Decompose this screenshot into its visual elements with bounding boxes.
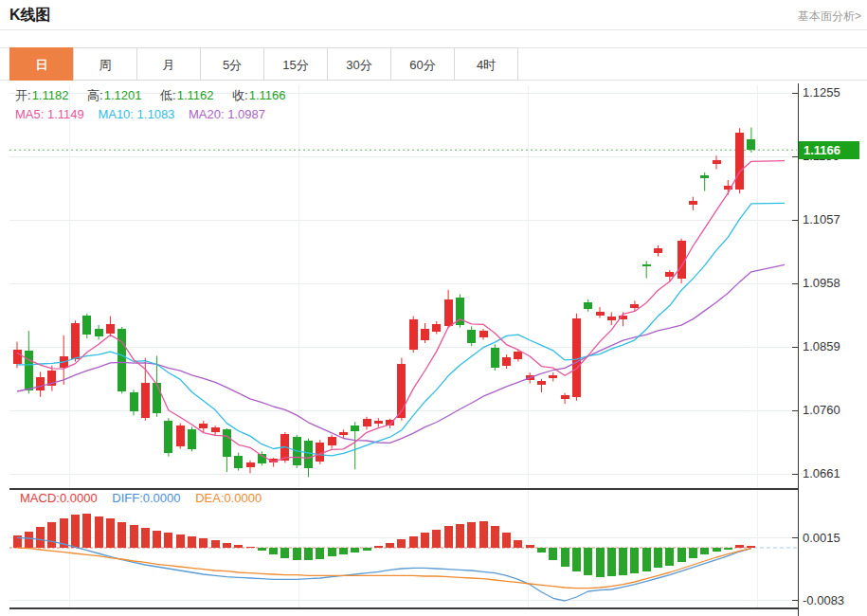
tab-month[interactable]: 月 [136,47,201,81]
low-value: 1.1162 [177,88,214,102]
close-value: 1.1166 [249,88,286,102]
tab-30min[interactable]: 30分 [327,47,391,81]
macd-readout: MACD:0.0000 DIFF:0.0000 DEA:0.0000 [20,491,273,505]
price-axis-label: 1.0958 [803,276,840,291]
tab-day[interactable]: 日 [9,47,74,81]
price-axis-label: 1.0760 [803,403,840,418]
tab-4hour[interactable]: 4时 [454,47,518,81]
ma-legend: MA5: 1.1149 MA10: 1.1083 MA20: 1.0987 [15,107,276,121]
high-label: 高: [87,88,103,102]
header-divider [0,29,867,30]
diff-value-label: DIFF:0.0000 [112,491,180,505]
price-axis-label: 1.1057 [803,212,840,227]
dea-value-label: DEA:0.0000 [195,491,262,505]
open-label: 开: [15,88,31,102]
ma5-legend: MA5: 1.1149 [15,107,84,121]
high-value: 1.1201 [104,88,142,102]
ma10-legend: MA10: 1.1083 [98,107,174,121]
tab-15min[interactable]: 15分 [263,47,328,81]
panel-divider [9,488,799,490]
macd-axis-label: 0.0015 [803,531,840,546]
price-axis-label: 1.1255 [803,85,840,100]
tab-5min[interactable]: 5分 [200,47,264,81]
ma20-legend: MA20: 1.0987 [189,107,265,121]
macd-chart[interactable] [0,489,867,616]
price-axis-label: 1.0859 [803,339,840,354]
open-value: 1.1182 [32,88,69,102]
chart-bottom-border [9,607,799,609]
price-axis-label: 1.0661 [803,466,840,481]
close-label: 收: [232,88,248,102]
macd-value-label: MACD:0.0000 [20,491,98,505]
low-label: 低: [160,88,176,102]
page-title: K线图 [9,6,51,26]
period-tabbar: 日 周 月 5分 15分 30分 60分 4时 [9,47,518,81]
tab-week[interactable]: 周 [73,47,137,81]
fundamental-analysis-link[interactable]: 基本面分析> [798,9,861,25]
macd-axis-label: -0.0083 [803,593,844,608]
candlestick-chart[interactable] [0,83,867,489]
ohlc-readout: 开:1.1182 高:1.1201 低:1.1162 收:1.1166 [15,87,301,104]
current-price-badge: 1.1166 [799,141,859,159]
tab-60min[interactable]: 60分 [390,47,455,81]
